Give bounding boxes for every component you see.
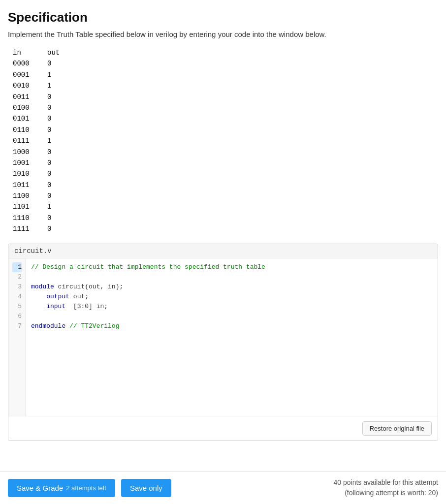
restore-original-button[interactable]: Restore original file	[362, 421, 432, 436]
row-out: 1	[47, 135, 67, 146]
row-out: 0	[47, 168, 67, 179]
table-row: 11100	[13, 213, 438, 223]
save-grade-button[interactable]: Save & Grade 2 attempts left	[8, 479, 115, 497]
code-line-4: output out;	[31, 292, 433, 302]
table-row: 00110	[13, 92, 438, 102]
row-out: 0	[47, 190, 67, 201]
row-out: 0	[47, 102, 67, 113]
row-out: 0	[47, 92, 67, 102]
row-in: 1001	[13, 158, 32, 168]
keyword-module: module	[31, 283, 54, 290]
line-num-6: 6	[12, 312, 22, 321]
table-row: 00101	[13, 80, 438, 91]
keyword-output: output	[46, 293, 69, 300]
code-line-2	[31, 272, 433, 282]
row-out: 0	[47, 213, 67, 223]
table-row: 01100	[13, 125, 438, 135]
editor-filename-bar: circuit.v	[8, 244, 438, 258]
row-in: 0011	[13, 92, 32, 102]
table-row: 01000	[13, 102, 438, 113]
row-in: 0101	[13, 113, 32, 124]
table-row: 01111	[13, 135, 438, 146]
table-row: 10000	[13, 147, 438, 158]
code-normal: out;	[69, 293, 89, 300]
attempts-badge: 2 attempts left	[66, 484, 106, 492]
code-textarea[interactable]: // Design a circuit that implements the …	[26, 258, 438, 416]
truth-table-header: in out	[13, 47, 438, 58]
truth-table: in out 00000 00011 00101 00110 01000 010…	[8, 47, 438, 235]
table-row: 11110	[13, 223, 438, 234]
line-numbers: 1 2 3 4 5 6 7	[8, 258, 26, 416]
code-normal: circuit(out, in);	[54, 283, 123, 290]
code-normal: [3:0] in;	[65, 303, 108, 310]
row-in: 0000	[13, 58, 32, 69]
table-row: 10010	[13, 158, 438, 168]
table-row: 11011	[13, 201, 438, 212]
page-container: Specification Implement the Truth Table …	[0, 0, 446, 480]
line-num-7: 7	[12, 321, 22, 331]
row-in: 0110	[13, 125, 32, 135]
row-in: 0111	[13, 135, 32, 146]
row-in: 1011	[13, 180, 32, 190]
row-out: 1	[47, 201, 67, 212]
spec-section: Specification Implement the Truth Table …	[8, 10, 438, 480]
row-in: 1010	[13, 168, 32, 179]
code-line-3: module circuit(out, in);	[31, 282, 433, 292]
keyword-input: input	[46, 303, 65, 310]
editor-body: 1 2 3 4 5 6 7 // Design a circuit that i…	[8, 258, 438, 416]
line-num-1: 1	[12, 262, 22, 272]
row-out: 0	[47, 58, 67, 69]
description: Implement the Truth Table specified belo…	[8, 30, 438, 38]
row-out: 0	[47, 113, 67, 124]
table-row: 10100	[13, 168, 438, 179]
line-num-3: 3	[12, 282, 22, 292]
row-out: 1	[47, 80, 67, 91]
row-in: 1101	[13, 201, 32, 212]
table-row: 00011	[13, 69, 438, 80]
col-in-header: in	[13, 47, 32, 58]
row-in: 0001	[13, 69, 32, 80]
table-row: 11000	[13, 190, 438, 201]
line-num-2: 2	[12, 272, 22, 282]
save-only-button[interactable]: Save only	[121, 479, 171, 497]
code-line-7: endmodule // TT2Verilog	[31, 321, 433, 331]
code-line-1: // Design a circuit that implements the …	[31, 262, 433, 272]
keyword-endmodule: endmodule	[31, 322, 65, 330]
row-out: 0	[47, 180, 67, 190]
col-out-header: out	[47, 47, 67, 58]
row-in: 1110	[13, 213, 32, 223]
bottom-bar: Save & Grade 2 attempts left Save only 4…	[0, 471, 446, 504]
comment-token: // Design a circuit that implements the …	[31, 263, 265, 271]
points-line-2: (following attempt is worth: 20)	[334, 488, 438, 498]
row-in: 0010	[13, 80, 32, 91]
row-out: 0	[47, 223, 67, 234]
editor-filename: circuit.v	[14, 247, 52, 255]
page-title: Specification	[8, 10, 438, 25]
row-in: 1111	[13, 223, 32, 234]
code-line-5: input [3:0] in;	[31, 302, 433, 312]
code-line-6	[31, 312, 433, 321]
points-info: 40 points available for this attempt (fo…	[334, 477, 438, 498]
table-row: 10110	[13, 180, 438, 190]
code-editor: circuit.v 1 2 3 4 5 6 7 // Design a circ…	[8, 244, 438, 441]
row-out: 0	[47, 125, 67, 135]
line-num-4: 4	[12, 292, 22, 302]
row-out: 0	[47, 158, 67, 168]
row-out: 1	[47, 69, 67, 80]
save-grade-label: Save & Grade	[17, 484, 63, 492]
table-row: 01010	[13, 113, 438, 124]
row-in: 0100	[13, 102, 32, 113]
line-num-5: 5	[12, 302, 22, 312]
inline-comment: // TT2Verilog	[65, 322, 119, 330]
row-in: 1000	[13, 147, 32, 158]
row-out: 0	[47, 147, 67, 158]
table-row: 00000	[13, 58, 438, 69]
points-line-1: 40 points available for this attempt	[334, 477, 438, 488]
editor-footer: Restore original file	[8, 416, 438, 441]
row-in: 1100	[13, 190, 32, 201]
